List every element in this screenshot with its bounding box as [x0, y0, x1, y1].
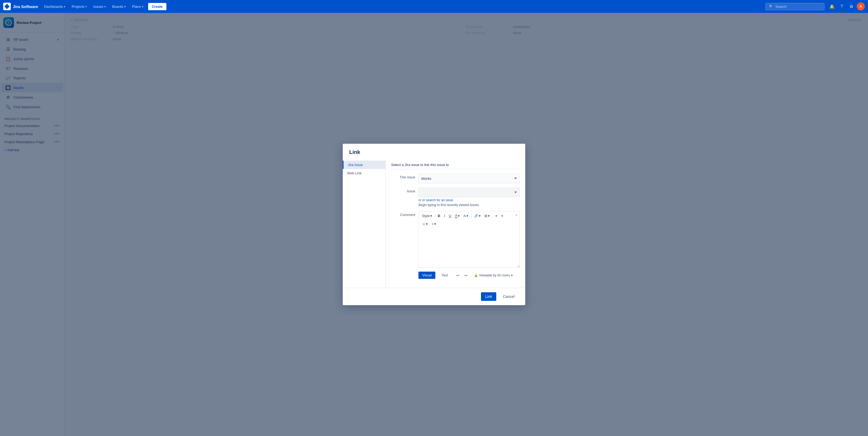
dashboards-chevron: ▾: [64, 5, 65, 8]
color-chevron: ▾: [458, 214, 460, 218]
visibility-chevron: ▾: [511, 273, 513, 277]
boards-menu[interactable]: Boards ▾: [110, 3, 128, 10]
comment-textarea[interactable]: [418, 228, 520, 268]
link-button[interactable]: 🔗 ▾: [472, 213, 482, 219]
modal-title: Link: [349, 149, 519, 155]
settings-button[interactable]: ⚙: [847, 2, 856, 11]
comment-row: Comment Style ▾ B I U: [391, 211, 520, 279]
search-sub-hint: Begin typing to find recently viewed iss…: [418, 203, 520, 207]
bullet-list-button[interactable]: ≡: [494, 213, 499, 219]
style-chevron: ▾: [430, 214, 432, 218]
more-format-button[interactable]: A ▾: [462, 213, 470, 219]
format-chevron: ▾: [466, 214, 468, 218]
expand-button[interactable]: ⌃: [515, 214, 518, 218]
underline-button[interactable]: U: [447, 213, 453, 219]
modal-footer: Link Cancel: [343, 288, 525, 305]
redo-button[interactable]: ↪: [462, 272, 470, 279]
boards-chevron: ▾: [124, 5, 126, 8]
numbered-list-button[interactable]: ≡: [499, 213, 505, 219]
toolbar-sep2: [471, 213, 471, 219]
italic-button[interactable]: I: [442, 213, 446, 219]
text-button[interactable]: Text: [437, 271, 452, 279]
toolbar-sep1: [435, 213, 435, 219]
issue-label: Issue: [391, 187, 415, 193]
user-avatar[interactable]: A: [857, 2, 865, 10]
insert-button[interactable]: ⊞ ▾: [483, 213, 491, 219]
plans-chevron: ▾: [142, 5, 143, 8]
notifications-button[interactable]: 🔔: [828, 2, 836, 11]
modal-overlay[interactable]: Link Jira Issue Web Link Select a Jira i…: [0, 13, 868, 436]
comment-footer: Visual Text ↩ ↪ 🔒 Viewable by All Users …: [418, 271, 520, 279]
lock-icon: 🔒: [474, 273, 478, 277]
this-issue-field: blocks is blocked by clones is cloned by…: [418, 174, 520, 183]
bold-button[interactable]: B: [436, 213, 442, 219]
search-bar[interactable]: 🔍 Search: [766, 3, 825, 10]
tab-web-link[interactable]: Web Link: [343, 169, 385, 177]
plans-menu[interactable]: Plans ▾: [129, 3, 146, 10]
link-modal: Link Jira Issue Web Link Select a Jira i…: [343, 144, 525, 305]
link-submit-button[interactable]: Link: [481, 292, 497, 301]
style-button[interactable]: Style ▾: [420, 213, 434, 219]
projects-chevron: ▾: [85, 5, 87, 8]
search-link[interactable]: or search for an issue: [422, 198, 453, 202]
comment-field: Style ▾ B I U A ▾ A: [418, 211, 520, 279]
tab-jira-issue[interactable]: Jira Issue: [343, 161, 385, 169]
insert-chevron: ▾: [488, 214, 490, 218]
modal-sidebar: Jira Issue Web Link: [343, 158, 386, 288]
this-issue-label: This issue: [391, 174, 415, 179]
search-icon: 🔍: [769, 5, 773, 8]
add-button[interactable]: + ▾: [430, 221, 438, 227]
visibility-button[interactable]: 🔒 Viewable by All Users ▾: [472, 272, 515, 278]
nav-icons: 🔔 ? ⚙ A: [828, 2, 865, 11]
this-issue-row: This issue blocks is blocked by clones i…: [391, 174, 520, 183]
comment-label: Comment: [391, 211, 415, 217]
logo-diamond: [4, 4, 10, 9]
text-color-button[interactable]: A ▾: [453, 212, 461, 219]
issues-chevron: ▾: [104, 5, 106, 8]
dashboards-menu[interactable]: Dashboards ▾: [41, 3, 68, 10]
issue-select[interactable]: [418, 187, 520, 197]
create-button[interactable]: Create: [148, 3, 166, 10]
top-nav: Jira Software Dashboards ▾ Projects ▾ Is…: [0, 0, 868, 13]
link-chevron: ▾: [479, 214, 481, 218]
modal-header: Link: [343, 144, 525, 158]
emoji-button[interactable]: ☺ ▾: [420, 221, 429, 227]
app-logo[interactable]: Jira Software: [3, 3, 38, 10]
search-hint: or or search for an issue: [418, 198, 520, 202]
logo-icon: [3, 3, 11, 10]
toolbar-row2: ☺ ▾ + ▾: [418, 220, 520, 228]
cancel-button[interactable]: Cancel: [498, 292, 519, 301]
projects-menu[interactable]: Projects ▾: [69, 3, 89, 10]
issue-row: Issue or or search for an issue Begin ty…: [391, 187, 520, 207]
emoji-chevron: ▾: [426, 222, 428, 226]
issues-menu[interactable]: Issues ▾: [90, 3, 108, 10]
visual-button[interactable]: Visual: [418, 271, 435, 279]
this-issue-select[interactable]: blocks is blocked by clones is cloned by…: [418, 174, 520, 183]
help-button[interactable]: ?: [837, 2, 846, 11]
comment-toolbar: Style ▾ B I U A ▾ A: [418, 211, 520, 220]
modal-form: Select a Jira issue to link this issue t…: [386, 158, 525, 288]
undo-redo: ↩ ↪: [454, 272, 470, 279]
undo-button[interactable]: ↩: [454, 272, 462, 279]
issue-field: or or search for an issue Begin typing t…: [418, 187, 520, 207]
section-title: Select a Jira issue to link this issue t…: [391, 163, 520, 169]
modal-body: Jira Issue Web Link Select a Jira issue …: [343, 158, 525, 288]
add-chevron: ▾: [434, 222, 436, 226]
app-name: Jira Software: [13, 4, 38, 9]
